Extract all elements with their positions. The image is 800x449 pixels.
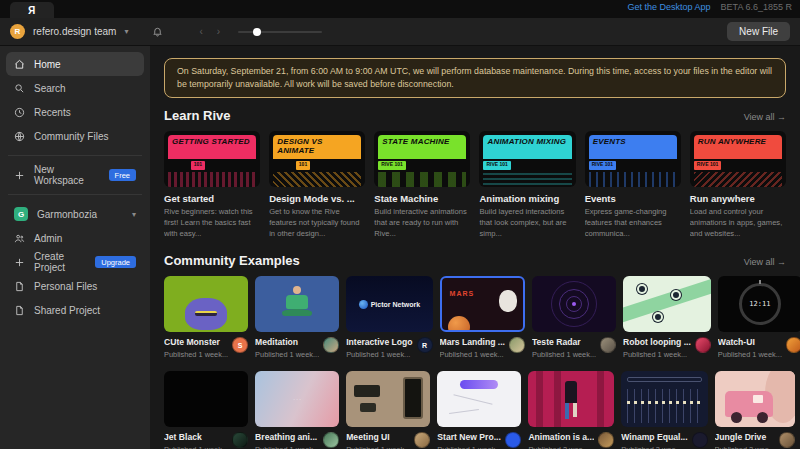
- author-avatar[interactable]: [414, 432, 430, 448]
- community-card-jungle-drive[interactable]: Jungle Drive Published 2 wee...: [715, 371, 795, 449]
- community-card-cute-monster[interactable]: CUte Monster Published 1 week... S: [164, 276, 248, 359]
- community-card-interactive-logo[interactable]: Pictor Network Interactive Logo Publishe…: [346, 276, 432, 359]
- sidebar-item-search[interactable]: Search: [6, 76, 144, 100]
- community-card-thumbnail: MARS: [440, 276, 525, 332]
- sidebar-item-personal-files[interactable]: Personal Files: [6, 274, 144, 298]
- learn-rive-grid: Getting Started RIVE101 Get started Rive…: [164, 131, 786, 239]
- chevron-down-icon[interactable]: ▾: [132, 210, 136, 219]
- community-card-thumbnail: · · ·: [255, 371, 339, 427]
- tablet-illustration: [403, 377, 423, 419]
- learn-card-thumbnail: Animation Mixing RIVE 101RIVE: [479, 131, 575, 187]
- author-avatar[interactable]: [509, 337, 525, 353]
- clock-icon: [14, 107, 25, 118]
- author-avatar[interactable]: [232, 432, 248, 448]
- sidebar-divider: [8, 194, 142, 195]
- sidebar-item-label: Create Project: [34, 251, 86, 273]
- learn-card-run-anywhere[interactable]: Run Anywhere RIVE 101RIVE Run anywhere L…: [690, 131, 786, 239]
- community-card-meeting-ui[interactable]: Meeting UI Published 1 week...: [346, 371, 430, 449]
- community-card-jet-black[interactable]: Jet Black Published 1 week...: [164, 371, 248, 449]
- chevron-down-icon[interactable]: ▾: [124, 27, 128, 36]
- sidebar-item-label: New Workspace: [34, 164, 100, 186]
- admin-icon: [14, 233, 25, 244]
- community-card-thumbnail: [164, 276, 248, 332]
- community-grid-row-1: CUte Monster Published 1 week... S Medit…: [164, 276, 786, 359]
- sidebar-item-label: Garmonbozia: [37, 209, 97, 220]
- author-avatar[interactable]: [692, 432, 708, 448]
- learn-view-all-link[interactable]: View all →: [744, 112, 786, 122]
- author-avatar[interactable]: R: [417, 337, 433, 353]
- community-card-robot-looping[interactable]: Robot looping ... Published 1 week...: [623, 276, 711, 359]
- learn-card-getting-started[interactable]: Getting Started RIVE101 Get started Rive…: [164, 131, 260, 239]
- forest-illustration: [536, 371, 543, 427]
- gradient-button-illustration: [460, 380, 498, 389]
- learn-card-thumbnail: State Machine RIVE 101RIVE: [374, 131, 470, 187]
- learn-card-state-machine[interactable]: State Machine RIVE 101RIVE State Machine…: [374, 131, 470, 239]
- learn-card-design-vs-animate[interactable]: Design vs Animate RIVE101 Design Mode vs…: [269, 131, 365, 239]
- author-avatar[interactable]: [600, 337, 616, 353]
- search-icon: [14, 83, 25, 94]
- community-card-thumbnail: [623, 276, 711, 332]
- community-card-winamp-equalizer[interactable]: Winamp Equal... Published 2 wee...: [621, 371, 707, 449]
- sidebar-item-create-project[interactable]: Create Project Upgrade: [6, 250, 144, 274]
- community-card-thumbnail: [164, 371, 248, 427]
- version-label: BETA 6.6_1855 R: [721, 2, 792, 12]
- nav-forward-icon[interactable]: ›: [217, 26, 220, 37]
- sidebar-item-community-files[interactable]: Community Files: [6, 124, 144, 148]
- zoom-slider[interactable]: [238, 31, 322, 33]
- community-card-thumbnail: [528, 371, 614, 427]
- community-grid-row-2: Jet Black Published 1 week... · · · Brea…: [164, 371, 786, 449]
- author-avatar[interactable]: S: [232, 337, 248, 353]
- planet-illustration: [448, 316, 470, 332]
- community-card-teste-radar[interactable]: Teste Radar Published 1 week...: [532, 276, 616, 359]
- community-view-all-link[interactable]: View all →: [744, 257, 786, 267]
- community-examples-heading: Community Examples: [164, 253, 300, 268]
- learn-rive-heading: Learn Rive: [164, 108, 230, 123]
- sidebar-item-recents[interactable]: Recents: [6, 100, 144, 124]
- nav-back-icon[interactable]: ‹: [199, 26, 202, 37]
- author-avatar[interactable]: [323, 337, 339, 353]
- team-avatar[interactable]: R: [10, 24, 25, 39]
- sidebar-item-label: Search: [34, 83, 66, 94]
- community-card-animation-is-a[interactable]: Animation is a... Published 2 wee...: [528, 371, 614, 449]
- main-content: On Saturday, September 21, from 6:00 AM …: [150, 46, 800, 449]
- zoom-slider-knob[interactable]: [253, 28, 261, 36]
- author-avatar[interactable]: [695, 337, 711, 353]
- learn-card-thumbnail: Events RIVE 101RIVE: [585, 131, 681, 187]
- learn-card-thumbnail: Run Anywhere RIVE 101RIVE: [690, 131, 786, 187]
- notifications-bell-icon[interactable]: [152, 23, 163, 41]
- community-card-breathing-animation[interactable]: · · · Breathing ani... Published 1 week.…: [255, 371, 339, 449]
- sidebar-item-shared-project[interactable]: Shared Project: [6, 298, 144, 322]
- community-card-thumbnail: [715, 371, 795, 427]
- file-icon: [14, 305, 25, 316]
- author-avatar[interactable]: [598, 432, 614, 448]
- sidebar-item-new-workspace[interactable]: New Workspace Free: [6, 163, 144, 187]
- community-card-thumbnail: [532, 276, 616, 332]
- sidebar-item-admin[interactable]: Admin: [6, 226, 144, 250]
- get-desktop-app-link[interactable]: Get the Desktop App: [628, 2, 711, 12]
- learn-card-animation-mixing[interactable]: Animation Mixing RIVE 101RIVE Animation …: [479, 131, 575, 239]
- plus-icon: [14, 257, 25, 268]
- sidebar-item-team[interactable]: G Garmonbozia ▾: [6, 202, 144, 226]
- meditation-illustration: [293, 286, 301, 294]
- community-card-start-new-project[interactable]: Start New Pro... Published 1 week...: [437, 371, 521, 449]
- sidebar-item-label: Shared Project: [34, 305, 100, 316]
- learn-card-events[interactable]: Events RIVE 101RIVE Events Express game-…: [585, 131, 681, 239]
- author-avatar[interactable]: [786, 337, 800, 353]
- pictor-logo-icon: [359, 300, 368, 309]
- rive-app-tab[interactable]: R: [10, 2, 54, 18]
- sidebar-item-label: Personal Files: [34, 281, 97, 292]
- author-avatar[interactable]: [323, 432, 339, 448]
- plus-icon: [14, 170, 25, 181]
- community-card-meditation[interactable]: Meditation Published 1 week...: [255, 276, 339, 359]
- sidebar-item-home[interactable]: Home: [6, 52, 144, 76]
- author-avatar[interactable]: [505, 432, 521, 448]
- sidebar-item-label: Admin: [34, 233, 62, 244]
- upgrade-badge[interactable]: Upgrade: [95, 256, 136, 268]
- community-card-mars-landing[interactable]: MARS Mars Landing ... Published 1 week..…: [440, 276, 525, 359]
- author-avatar[interactable]: [779, 432, 795, 448]
- astronaut-illustration: [499, 290, 517, 312]
- file-icon: [14, 281, 25, 292]
- new-file-button[interactable]: New File: [727, 22, 790, 41]
- community-card-watch-ui[interactable]: 12:11 Watch-UI Published 1 week...: [718, 276, 800, 359]
- team-name[interactable]: refero.design team: [33, 26, 116, 37]
